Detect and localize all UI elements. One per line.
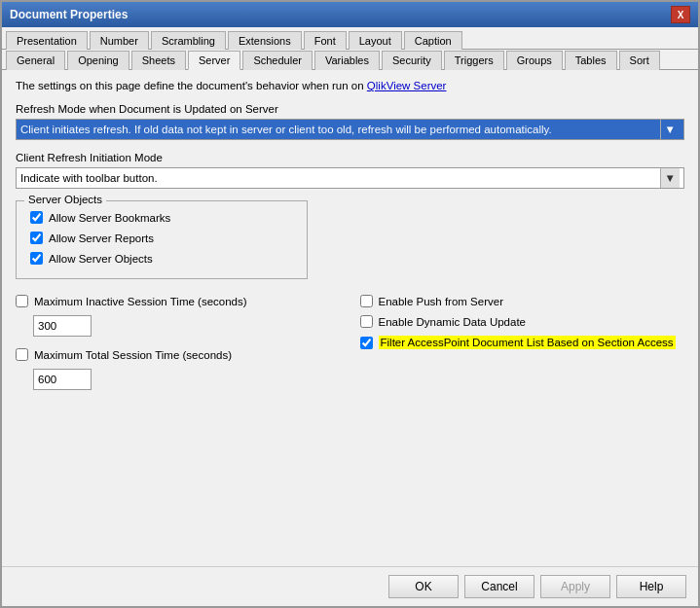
max-inactive-checkbox[interactable]	[16, 295, 28, 307]
allow-objects-label: Allow Server Objects	[49, 253, 153, 265]
allow-objects-row[interactable]: Allow Server Objects	[30, 252, 293, 265]
tab-scrambling[interactable]: Scrambling	[151, 31, 226, 50]
max-total-input-row: 600	[33, 369, 341, 390]
enable-dynamic-label: Enable Dynamic Data Update	[379, 316, 527, 328]
tab-layout[interactable]: Layout	[349, 31, 402, 50]
tab-general[interactable]: General	[6, 51, 65, 70]
document-properties-window: Document Properties X Presentation Numbe…	[0, 0, 700, 608]
client-refresh-label: Client Refresh Initiation Mode	[16, 152, 684, 163]
allow-reports-row[interactable]: Allow Server Reports	[30, 232, 293, 244]
client-refresh-dropdown-row: Indicate with toolbar button. ▼	[16, 167, 684, 189]
tab-variables[interactable]: Variables	[314, 51, 380, 70]
client-refresh-value: Indicate with toolbar button.	[20, 172, 158, 184]
enable-dynamic-row[interactable]: Enable Dynamic Data Update	[360, 315, 685, 328]
info-text: The settings on this page define the doc…	[16, 80, 684, 91]
max-inactive-label: Maximum Inactive Session Time (seconds)	[34, 296, 247, 307]
refresh-mode-value: Client initiates refresh. If old data no…	[20, 124, 552, 135]
content-area: The settings on this page define the doc…	[2, 70, 698, 566]
refresh-mode-dropdown-row: Client initiates refresh. If old data no…	[16, 119, 684, 140]
refresh-mode-dropdown[interactable]: Client initiates refresh. If old data no…	[16, 119, 684, 140]
allow-bookmarks-checkbox[interactable]	[30, 211, 43, 224]
footer: OK Cancel Apply Help	[2, 566, 698, 606]
allow-reports-label: Allow Server Reports	[49, 232, 154, 244]
enable-dynamic-checkbox[interactable]	[360, 315, 373, 328]
tab-number[interactable]: Number	[90, 31, 149, 50]
server-objects-title: Server Objects	[24, 194, 106, 205]
bottom-options: Maximum Inactive Session Time (seconds) …	[16, 295, 684, 390]
server-objects-group: Server Objects Allow Server Bookmarks Al…	[16, 200, 308, 279]
max-total-checkbox[interactable]	[16, 348, 28, 361]
left-options: Maximum Inactive Session Time (seconds) …	[16, 295, 341, 390]
title-bar: Document Properties X	[2, 2, 698, 27]
tab-extensions[interactable]: Extensions	[228, 31, 302, 50]
close-button[interactable]: X	[671, 6, 690, 23]
tab-server[interactable]: Server	[188, 51, 240, 70]
refresh-mode-arrow: ▼	[660, 120, 680, 139]
tab-row-1: Presentation Number Scrambling Extension…	[2, 27, 698, 50]
right-options: Enable Push from Server Enable Dynamic D…	[360, 295, 685, 390]
max-inactive-row[interactable]: Maximum Inactive Session Time (seconds)	[16, 295, 341, 307]
max-inactive-input-row: 300	[33, 315, 341, 337]
window-title: Document Properties	[10, 8, 128, 21]
max-total-label: Maximum Total Session Time (seconds)	[34, 349, 232, 361]
enable-push-row[interactable]: Enable Push from Server	[360, 295, 685, 307]
enable-push-label: Enable Push from Server	[379, 296, 503, 307]
allow-objects-checkbox[interactable]	[30, 252, 43, 265]
max-total-input[interactable]: 600	[33, 369, 92, 390]
tab-scheduler[interactable]: Scheduler	[242, 51, 313, 70]
window-controls: X	[671, 6, 690, 23]
filter-row[interactable]: Filter AccessPoint Document List Based o…	[360, 336, 685, 349]
tab-tables[interactable]: Tables	[565, 51, 617, 70]
tab-font[interactable]: Font	[304, 31, 347, 50]
filter-label: Filter AccessPoint Document List Based o…	[379, 336, 676, 349]
client-refresh-arrow: ▼	[660, 168, 680, 188]
max-total-row[interactable]: Maximum Total Session Time (seconds)	[16, 348, 341, 361]
client-refresh-dropdown[interactable]: Indicate with toolbar button. ▼	[16, 167, 684, 189]
max-inactive-input[interactable]: 300	[33, 315, 92, 337]
tab-presentation[interactable]: Presentation	[6, 31, 88, 50]
help-button[interactable]: Help	[616, 575, 686, 598]
tab-groups[interactable]: Groups	[506, 51, 563, 70]
qlikview-link[interactable]: QlikView Server	[367, 80, 447, 91]
apply-button[interactable]: Apply	[540, 575, 610, 598]
tab-sort[interactable]: Sort	[619, 51, 660, 70]
tab-opening[interactable]: Opening	[67, 51, 129, 70]
filter-checkbox[interactable]	[360, 337, 373, 349]
tab-caption[interactable]: Caption	[404, 31, 462, 50]
ok-button[interactable]: OK	[388, 575, 459, 598]
allow-reports-checkbox[interactable]	[30, 232, 43, 244]
allow-bookmarks-row[interactable]: Allow Server Bookmarks	[30, 211, 293, 224]
enable-push-checkbox[interactable]	[360, 295, 373, 307]
cancel-button[interactable]: Cancel	[464, 575, 534, 598]
tab-security[interactable]: Security	[382, 51, 442, 70]
tab-sheets[interactable]: Sheets	[131, 51, 186, 70]
refresh-mode-label: Refresh Mode when Document is Updated on…	[16, 103, 684, 115]
allow-bookmarks-label: Allow Server Bookmarks	[49, 212, 170, 224]
tab-triggers[interactable]: Triggers	[444, 51, 504, 70]
tab-row-2: General Opening Sheets Server Scheduler …	[2, 50, 698, 70]
